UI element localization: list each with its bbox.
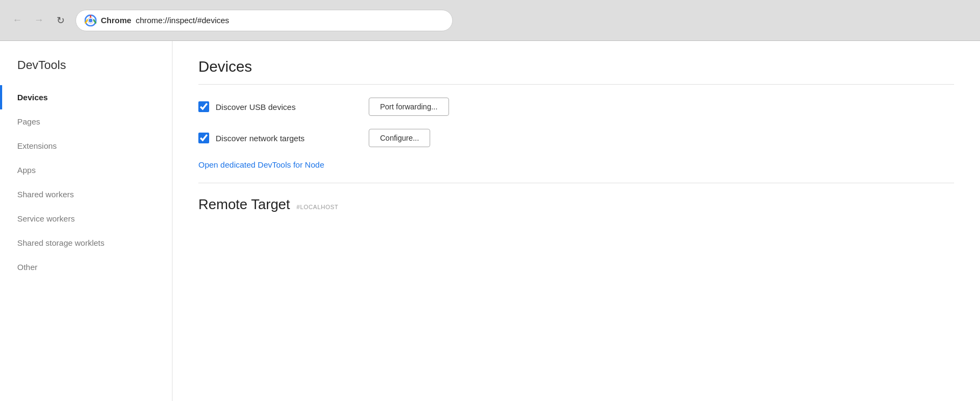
page-title: Devices bbox=[198, 58, 954, 75]
reload-button[interactable]: ↻ bbox=[52, 12, 69, 29]
sidebar-item-shared-storage-worklets[interactable]: Shared storage worklets bbox=[0, 231, 172, 255]
discover-usb-checkbox[interactable] bbox=[198, 101, 209, 112]
remote-target-header: Remote Target #LOCALHOST bbox=[198, 196, 954, 213]
chrome-logo-icon bbox=[85, 15, 96, 26]
discover-network-checkbox[interactable] bbox=[198, 133, 209, 143]
sidebar-item-apps[interactable]: Apps bbox=[0, 158, 172, 182]
port-forwarding-button[interactable]: Port forwarding... bbox=[369, 98, 449, 116]
sidebar-item-label-pages: Pages bbox=[17, 117, 40, 126]
top-divider bbox=[198, 84, 954, 85]
network-targets-row: Discover network targets Configure... bbox=[198, 129, 954, 147]
content-area: Devices Discover USB devices Port forwar… bbox=[172, 41, 980, 401]
sidebar-item-label-apps: Apps bbox=[17, 165, 36, 175]
sidebar-item-other[interactable]: Other bbox=[0, 255, 172, 279]
svg-point-2 bbox=[89, 18, 93, 22]
sidebar-item-label-devices: Devices bbox=[17, 93, 48, 102]
sidebar-item-pages[interactable]: Pages bbox=[0, 109, 172, 134]
sidebar-item-label-other: Other bbox=[17, 262, 38, 272]
sidebar-item-service-workers[interactable]: Service workers bbox=[0, 206, 172, 231]
sidebar-item-devices[interactable]: Devices bbox=[0, 85, 172, 109]
sidebar-item-label-extensions: Extensions bbox=[17, 141, 57, 150]
sidebar-item-label-shared-storage-worklets: Shared storage worklets bbox=[17, 238, 105, 247]
navigation-buttons: ← → ↻ bbox=[9, 12, 69, 29]
sidebar-item-shared-workers[interactable]: Shared workers bbox=[0, 182, 172, 206]
sidebar-item-extensions[interactable]: Extensions bbox=[0, 134, 172, 158]
middle-divider bbox=[198, 183, 954, 183]
sidebar: DevTools Devices Pages Extensions Apps S… bbox=[0, 41, 172, 401]
sidebar-item-label-service-workers: Service workers bbox=[17, 214, 75, 223]
usb-devices-row: Discover USB devices Port forwarding... bbox=[198, 98, 954, 116]
options-section: Discover USB devices Port forwarding... … bbox=[198, 98, 954, 147]
sidebar-item-label-shared-workers: Shared workers bbox=[17, 190, 74, 199]
forward-button[interactable]: → bbox=[30, 12, 47, 29]
address-bar[interactable]: Chrome chrome://inspect/#devices bbox=[75, 10, 453, 31]
usb-checkbox-container: Discover USB devices bbox=[198, 101, 360, 112]
main-layout: DevTools Devices Pages Extensions Apps S… bbox=[0, 41, 980, 401]
devtools-node-link[interactable]: Open dedicated DevTools for Node bbox=[198, 160, 324, 169]
back-button[interactable]: ← bbox=[9, 12, 26, 29]
remote-target-title: Remote Target bbox=[198, 196, 290, 213]
sidebar-title: DevTools bbox=[0, 58, 172, 85]
url-text: chrome://inspect/#devices bbox=[136, 16, 229, 25]
discover-network-label: Discover network targets bbox=[216, 134, 305, 143]
configure-button[interactable]: Configure... bbox=[369, 129, 430, 147]
discover-usb-label: Discover USB devices bbox=[216, 102, 295, 112]
chrome-label: Chrome bbox=[101, 16, 132, 25]
browser-toolbar: ← → ↻ Chrome chrome://inspect/#devices bbox=[0, 0, 980, 41]
remote-target-sub: #LOCALHOST bbox=[296, 204, 339, 210]
network-checkbox-container: Discover network targets bbox=[198, 133, 360, 143]
